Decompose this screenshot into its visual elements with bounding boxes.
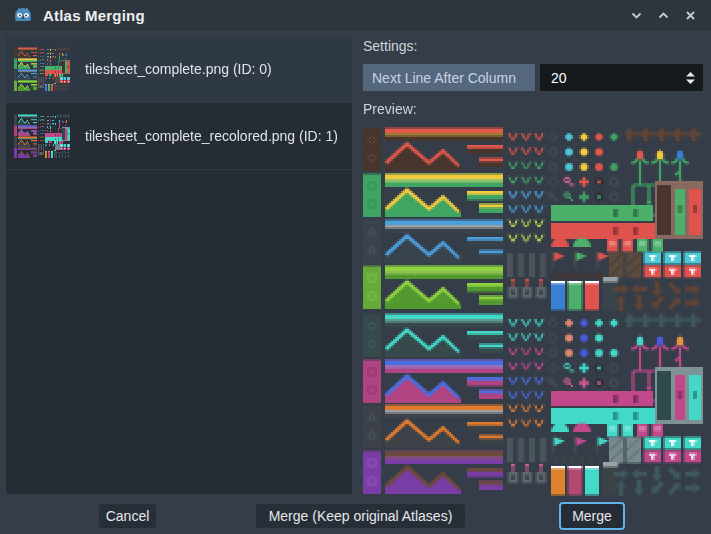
atlas-thumbnail <box>14 114 70 158</box>
chevron-up-icon <box>657 9 670 22</box>
settings-row: Next Line After Column 20 <box>363 64 703 91</box>
window-expand-button[interactable] <box>655 7 672 24</box>
merge-button[interactable]: Merge <box>559 502 625 530</box>
updown-icon[interactable] <box>685 71 696 85</box>
window-close-button[interactable] <box>682 7 699 24</box>
preview-heading: Preview: <box>363 99 703 121</box>
atlas-thumbnail <box>14 47 70 91</box>
cancel-button[interactable]: Cancel <box>99 504 156 528</box>
settings-heading: Settings: <box>363 36 703 58</box>
atlas-item-label: tilesheet_complete.png (ID: 0) <box>85 61 272 77</box>
window-titlebar[interactable]: Atlas Merging <box>0 0 711 31</box>
atlas-item[interactable]: tilesheet_complete_recolored.png (ID: 1) <box>6 103 352 170</box>
column-count-spinbox[interactable]: 20 <box>540 64 703 91</box>
chevron-down-icon <box>630 9 643 22</box>
window-controls <box>628 7 699 24</box>
merged-atlas-preview <box>363 125 703 496</box>
atlas-item[interactable]: tilesheet_complete.png (ID: 0) <box>6 36 352 103</box>
godot-icon <box>12 5 34 27</box>
merge-keep-original-button[interactable]: Merge (Keep original Atlases) <box>256 504 465 528</box>
atlas-list: tilesheet_complete.png (ID: 0) tilesheet… <box>6 36 352 494</box>
close-icon <box>684 9 697 22</box>
window-title: Atlas Merging <box>43 7 145 24</box>
spinbox-value: 20 <box>540 70 685 86</box>
window-shrink-button[interactable] <box>628 7 645 24</box>
next-line-after-column-button[interactable]: Next Line After Column <box>363 64 535 91</box>
settings-panel: Settings: Next Line After Column 20 Prev… <box>363 36 703 496</box>
atlas-item-label: tilesheet_complete_recolored.png (ID: 1) <box>85 128 338 144</box>
